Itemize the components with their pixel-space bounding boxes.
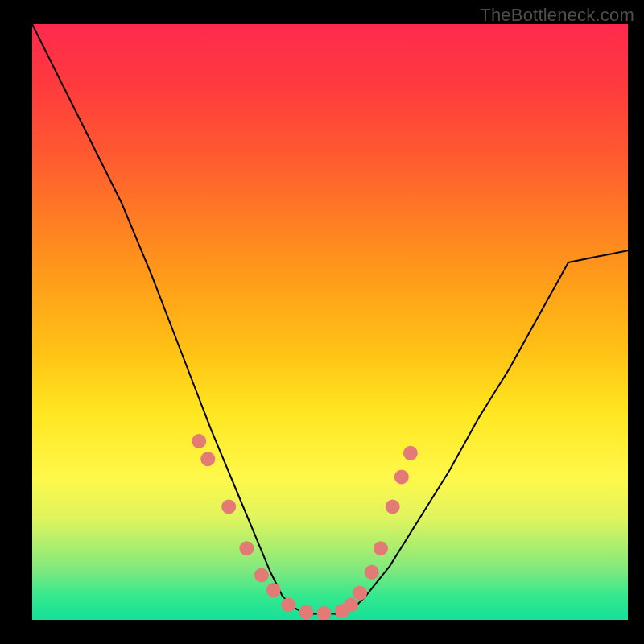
- marker-point: [344, 598, 358, 613]
- marker-point: [266, 583, 281, 597]
- marker-point: [365, 565, 379, 580]
- marker-point: [200, 452, 215, 466]
- watermark-text: TheBottleneck.com: [480, 5, 634, 26]
- marker-point: [353, 586, 367, 601]
- marker-point: [374, 541, 388, 555]
- marker-point: [317, 606, 332, 620]
- marker-point: [394, 469, 409, 484]
- marker-point: [239, 541, 254, 555]
- marker-point: [386, 499, 400, 514]
- plot-area: [32, 24, 628, 620]
- marker-point: [254, 568, 269, 583]
- marker-point: [281, 598, 295, 613]
- marker-point: [403, 446, 418, 460]
- chart-container: TheBottleneck.com: [0, 0, 644, 644]
- marker-point: [221, 499, 236, 514]
- marker-point: [192, 434, 206, 448]
- marker-group: [192, 434, 418, 620]
- bottleneck-curve: [32, 24, 628, 614]
- marker-point: [299, 605, 313, 619]
- chart-svg: [32, 24, 628, 620]
